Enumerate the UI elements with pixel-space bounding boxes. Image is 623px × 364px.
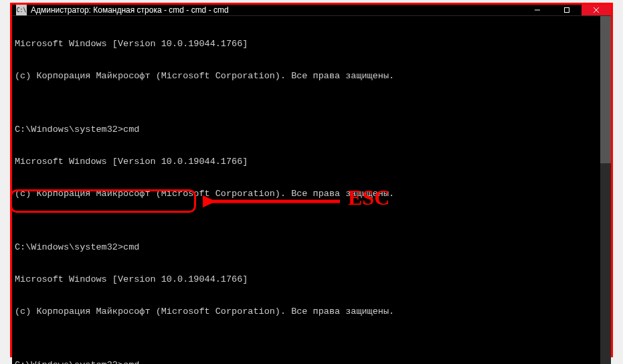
terminal-line: (c) Корпорация Майкрософт (Microsoft Cor… <box>15 189 598 199</box>
terminal-output[interactable]: Microsoft Windows [Version 10.0.19044.17… <box>12 16 600 364</box>
terminal-line: (c) Корпорация Майкрософт (Microsoft Cor… <box>15 71 598 82</box>
minimize-button[interactable] <box>523 5 552 15</box>
close-button[interactable] <box>582 5 611 15</box>
window-controls <box>523 5 611 15</box>
cmd-window: C:\ Администратор: Командная строка - cm… <box>10 3 613 357</box>
svg-rect-1 <box>565 8 569 13</box>
titlebar[interactable]: C:\ Администратор: Командная строка - cm… <box>12 5 611 16</box>
maximize-button[interactable] <box>552 5 582 15</box>
window-title: Администратор: Командная строка - cmd - … <box>31 5 523 15</box>
vertical-scrollbar[interactable] <box>600 16 611 364</box>
terminal-line: (c) Корпорация Майкрософт (Microsoft Cor… <box>15 306 598 317</box>
terminal-line: Microsoft Windows [Version 10.0.19044.17… <box>15 274 598 285</box>
terminal-wrap: Microsoft Windows [Version 10.0.19044.17… <box>12 16 611 364</box>
terminal-line: Microsoft Windows [Version 10.0.19044.17… <box>15 157 598 167</box>
app-icon: C:\ <box>16 5 27 15</box>
scrollbar-thumb[interactable] <box>600 16 611 163</box>
terminal-line: Microsoft Windows [Version 10.0.19044.17… <box>15 39 598 50</box>
terminal-line: C:\Windows\system32>cmd <box>15 360 598 364</box>
terminal-line: C:\Windows\system32>cmd <box>15 242 598 253</box>
terminal-line: C:\Windows\system32>cmd <box>15 124 598 135</box>
